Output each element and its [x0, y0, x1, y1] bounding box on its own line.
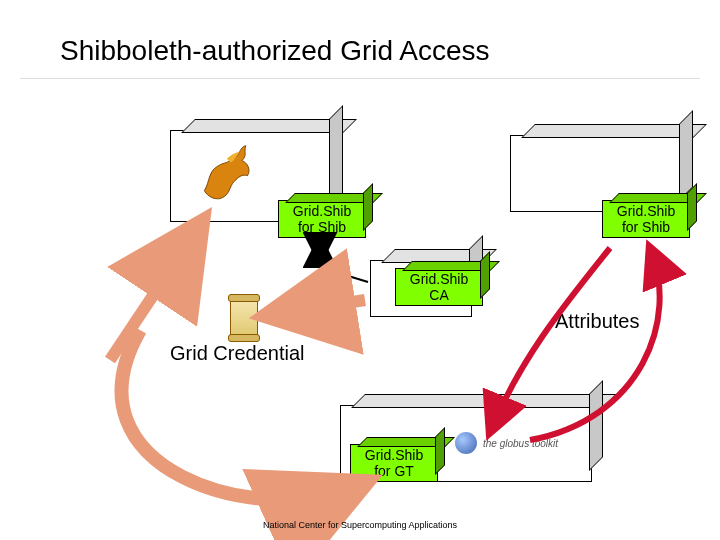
gridshib-for-gt-line1: Grid.Shib — [365, 447, 423, 463]
globus-text: the globus toolkit — [483, 438, 558, 449]
gridshib-for-shib-left-line2: for Shib — [298, 219, 346, 235]
gridshib-for-shib-right: Grid.Shib for Shib — [602, 200, 690, 238]
griffin-icon — [195, 140, 255, 200]
attributes-label: Attributes — [555, 310, 639, 333]
gridshib-for-shib-right-line1: Grid.Shib — [617, 203, 675, 219]
globus-ball-icon — [455, 432, 477, 454]
gridshib-ca-line2: CA — [429, 287, 448, 303]
grid-credential-label: Grid Credential — [170, 342, 305, 365]
gridshib-for-shib-left-line1: Grid.Shib — [293, 203, 351, 219]
page-title: Shibboleth-authorized Grid Access — [60, 35, 490, 67]
title-divider — [20, 78, 700, 79]
gridshib-for-shib-left: Grid.Shib for Shib — [278, 200, 366, 238]
gridshib-for-gt: Grid.Shib for GT — [350, 444, 438, 482]
globus-logo: the globus toolkit — [455, 432, 558, 454]
gridshib-for-gt-line2: for GT — [374, 463, 414, 479]
credential-scroll-icon — [230, 298, 258, 338]
footer-text: National Center for Supercomputing Appli… — [0, 520, 720, 530]
gridshib-ca-line1: Grid.Shib — [410, 271, 468, 287]
gridshib-ca: Grid.Shib CA — [395, 268, 483, 306]
gridshib-for-shib-right-line2: for Shib — [622, 219, 670, 235]
